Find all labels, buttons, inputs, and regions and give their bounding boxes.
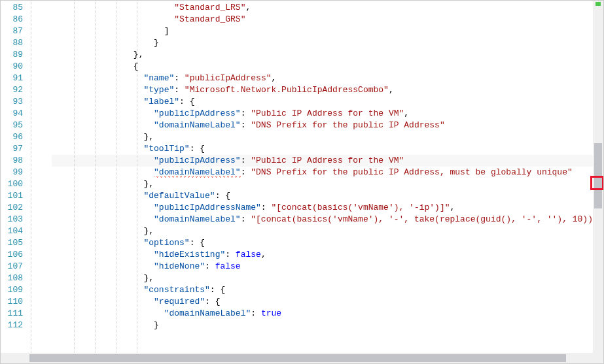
line-number: 93 bbox=[1, 96, 23, 108]
code-line[interactable]: "options": { bbox=[52, 237, 603, 249]
json-punct: { bbox=[133, 61, 139, 71]
json-key: "type" bbox=[143, 85, 174, 95]
code-line[interactable]: "hideExisting": false, bbox=[52, 249, 603, 261]
json-string: "Standard_LRS" bbox=[174, 3, 245, 12]
code-line[interactable]: }, bbox=[52, 131, 603, 143]
line-number: 86 bbox=[1, 14, 23, 25]
line-number: 103 bbox=[1, 214, 23, 225]
json-punct: : { bbox=[210, 285, 225, 295]
json-punct: : { bbox=[179, 97, 194, 107]
line-number: 91 bbox=[1, 73, 23, 84]
json-string: "Public IP Address for the VM" bbox=[251, 108, 404, 118]
code-line[interactable]: "domainNameLabel": true bbox=[52, 308, 603, 320]
json-punct: : { bbox=[205, 297, 220, 306]
json-string: "[concat(basics('vmName'), '-', take(rep… bbox=[251, 214, 603, 224]
overview-mark-change bbox=[595, 2, 601, 6]
code-content[interactable]: "Standard_LRS", "Standard_GRS" ] } }, { … bbox=[52, 1, 603, 363]
line-number: 99 bbox=[1, 167, 23, 178]
code-line[interactable]: "label": { bbox=[52, 96, 603, 108]
code-line[interactable]: }, bbox=[52, 225, 603, 237]
horizontal-scrollbar[interactable] bbox=[1, 353, 593, 363]
line-number: 98 bbox=[1, 155, 23, 167]
line-number-gutter: 8586878889909192939495969798991001011021… bbox=[1, 1, 28, 363]
json-punct: : bbox=[174, 73, 185, 83]
line-number: 85 bbox=[1, 2, 23, 14]
json-key: "required" bbox=[154, 297, 205, 306]
line-number: 101 bbox=[1, 190, 23, 202]
error-highlight-box bbox=[590, 176, 604, 190]
json-key: "hideExisting" bbox=[154, 250, 225, 259]
code-line[interactable]: "required": { bbox=[52, 296, 603, 308]
scroll-corner bbox=[593, 353, 603, 363]
line-number: 94 bbox=[1, 108, 23, 120]
json-punct: : bbox=[261, 203, 272, 212]
code-line[interactable]: "domainNameLabel": "DNS Prefix for the p… bbox=[52, 120, 603, 131]
code-line[interactable]: "hideNone": false bbox=[52, 261, 603, 273]
code-line[interactable]: ] bbox=[52, 25, 603, 37]
json-punct: , bbox=[389, 85, 394, 95]
horizontal-scroll-thumb[interactable] bbox=[29, 354, 566, 362]
line-number: 97 bbox=[1, 143, 23, 155]
json-key: "domainNameLabel" bbox=[154, 167, 241, 178]
json-key: "publicIpAddressName" bbox=[154, 203, 261, 212]
json-punct: , bbox=[245, 3, 251, 12]
json-boolean: false bbox=[215, 261, 241, 271]
code-line[interactable]: "constraints": { bbox=[52, 284, 603, 296]
json-punct: , bbox=[450, 203, 455, 212]
code-line[interactable]: "type": "Microsoft.Network.PublicIpAddre… bbox=[52, 84, 603, 96]
line-number: 109 bbox=[1, 284, 23, 296]
line-number: 108 bbox=[1, 273, 23, 284]
json-punct: : { bbox=[190, 238, 205, 248]
code-line[interactable]: "Standard_LRS", bbox=[52, 2, 603, 14]
code-line[interactable]: "domainNameLabel": "[concat(basics('vmNa… bbox=[52, 214, 603, 225]
line-number: 112 bbox=[1, 320, 23, 331]
line-number: 104 bbox=[1, 225, 23, 237]
line-number: 105 bbox=[1, 237, 23, 249]
json-string: "[concat(basics('vmName'), '-ip')]" bbox=[271, 203, 450, 212]
json-punct: : bbox=[205, 261, 215, 271]
code-line[interactable]: }, bbox=[52, 49, 603, 61]
code-line[interactable]: "name": "publicIpAddress", bbox=[52, 73, 603, 84]
json-punct: : bbox=[225, 250, 236, 259]
json-key: "domainNameLabel" bbox=[154, 120, 241, 130]
line-number: 87 bbox=[1, 25, 23, 37]
json-key: "domainNameLabel" bbox=[164, 308, 251, 318]
line-number: 95 bbox=[1, 120, 23, 131]
json-key: "publicIpAddress" bbox=[154, 156, 241, 165]
code-line[interactable]: "publicIpAddress": "Public IP Address fo… bbox=[52, 108, 603, 120]
code-line[interactable]: }, bbox=[52, 273, 603, 284]
json-string: "Microsoft.Network.PublicIpAddressCombo" bbox=[185, 85, 389, 95]
code-editor[interactable]: 8586878889909192939495969798991001011021… bbox=[1, 1, 603, 363]
json-punct: : bbox=[251, 308, 261, 318]
code-line[interactable]: } bbox=[52, 320, 603, 331]
json-key: "label" bbox=[143, 97, 179, 107]
code-line[interactable]: } bbox=[52, 37, 603, 49]
json-string: "Standard_GRS" bbox=[174, 14, 245, 24]
json-boolean: false bbox=[236, 250, 261, 259]
line-number: 100 bbox=[1, 178, 23, 190]
json-punct: : { bbox=[215, 191, 230, 201]
code-line[interactable]: "publicIpAddress": "Public IP Address fo… bbox=[52, 155, 603, 167]
fold-gutter[interactable] bbox=[28, 1, 52, 363]
json-punct: : bbox=[241, 214, 251, 224]
code-line[interactable]: { bbox=[52, 61, 603, 73]
json-punct: , bbox=[271, 73, 276, 83]
json-string: "DNS Prefix for the public IP Address" bbox=[251, 120, 444, 130]
json-punct: : bbox=[174, 85, 185, 95]
json-punct: : bbox=[241, 156, 251, 165]
json-key: "options" bbox=[143, 238, 189, 248]
line-number: 96 bbox=[1, 131, 23, 143]
json-punct: : bbox=[241, 108, 251, 118]
json-punct: : { bbox=[190, 144, 205, 154]
code-line[interactable]: "domainNameLabel": "DNS Prefix for the p… bbox=[52, 167, 603, 178]
json-string: "Public IP Address for the VM" bbox=[251, 156, 404, 165]
json-string: "publicIpAddress" bbox=[185, 73, 272, 83]
code-line[interactable]: "defaultValue": { bbox=[52, 190, 603, 202]
code-line[interactable]: "Standard_GRS" bbox=[52, 14, 603, 25]
json-punct: }, bbox=[143, 132, 154, 142]
code-line[interactable]: "publicIpAddressName": "[concat(basics('… bbox=[52, 202, 603, 214]
json-key: "publicIpAddress" bbox=[154, 108, 241, 118]
code-line[interactable]: }, bbox=[52, 178, 603, 190]
code-line[interactable]: "toolTip": { bbox=[52, 143, 603, 155]
json-punct: , bbox=[261, 250, 266, 259]
